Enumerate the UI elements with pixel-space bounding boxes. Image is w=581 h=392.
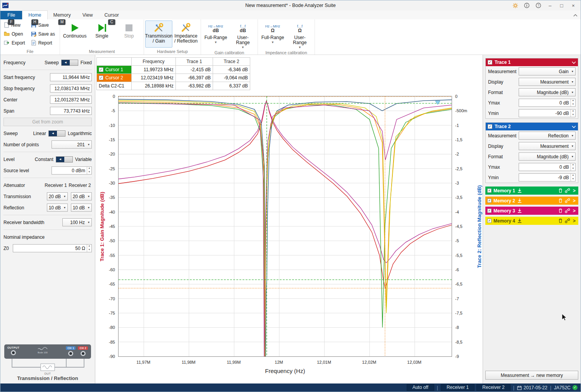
trace1-display-select[interactable]: Measurement▼ [519, 78, 576, 86]
center-frequency-field[interactable]: 12,0012872 MHz [50, 96, 92, 104]
transmission-receiver2-select[interactable]: 20 dB▼ [71, 192, 92, 200]
number-of-points-select[interactable]: 201▼ [52, 140, 92, 149]
dropdown-chevron-icon[interactable]: ▼ [271, 41, 274, 44]
trace1-checkbox[interactable]: ✓ [488, 60, 492, 65]
spinner[interactable]: ▲▼ [87, 245, 91, 252]
new-button[interactable]: New [2, 21, 29, 29]
memory3-checkbox[interactable]: ✓ [487, 209, 492, 213]
source-level-field[interactable]: 0 dBm▲▼ [52, 166, 92, 175]
spinner[interactable]: ▲▼ [571, 174, 575, 181]
spinner-up-icon[interactable]: ▲ [571, 174, 575, 178]
spinner-up-icon[interactable]: ▲ [571, 110, 575, 113]
sweep-fixed-toggle[interactable]: ◄ [61, 60, 78, 66]
tab-memory[interactable]: MemoryM [48, 11, 77, 19]
impedance-reflection-button[interactable]: Impedance / Reflection [172, 21, 199, 48]
stop-frequency-field[interactable]: 12,0381743 MHz [50, 84, 92, 92]
delete-memory-trash-icon[interactable] [558, 218, 563, 223]
memory3-row[interactable]: ✓ Memory 3 > [485, 207, 578, 215]
dropdown-chevron-icon[interactable]: ▼ [214, 41, 217, 44]
tab-cursor[interactable]: CursorC [99, 11, 125, 19]
impedance-full-range-button[interactable]: Hz→MHzΩ Full-Range ▼ [259, 21, 286, 48]
bode-plot[interactable] [118, 96, 452, 357]
memory4-expand-chevron-icon[interactable]: > [572, 218, 576, 224]
cursor1-checkbox[interactable]: ✓ [99, 67, 103, 72]
memory1-row[interactable]: ✓ Memory 1 > [485, 187, 578, 195]
download-to-memory-icon[interactable] [517, 188, 522, 193]
memory4-row[interactable]: ✓ Memory 4 > [485, 217, 578, 225]
download-to-memory-icon[interactable] [517, 208, 522, 213]
transmission-receiver1-select[interactable]: 20 dB▼ [47, 192, 68, 200]
trace1-ymax-field[interactable]: 0 dB▲▼ [519, 99, 576, 107]
download-to-memory-icon[interactable] [517, 198, 522, 203]
tab-file[interactable]: FileF [0, 11, 22, 19]
spinner-down-icon[interactable]: ▼ [571, 167, 575, 171]
open-button[interactable]: Open [2, 30, 29, 38]
reflection-receiver1-select[interactable]: 10 dB▼ [47, 204, 68, 212]
spinner-down-icon[interactable]: ▼ [87, 171, 91, 175]
tab-view[interactable]: View [77, 11, 99, 19]
close-button[interactable]: × [567, 1, 579, 10]
maximize-button[interactable]: □ [556, 1, 567, 10]
spinner[interactable]: ▲▼ [571, 110, 575, 117]
spinner-down-icon[interactable]: ▼ [571, 113, 575, 117]
trace2-checkbox[interactable]: ✓ [488, 124, 492, 129]
span-field[interactable]: 73,7743 kHz [50, 107, 92, 115]
delete-memory-trash-icon[interactable] [558, 188, 563, 193]
receiver-bandwidth-select[interactable]: 100 Hz▼ [62, 218, 92, 226]
unlink-memory-icon[interactable] [565, 188, 570, 193]
stop-button[interactable]: Stop [115, 21, 143, 48]
gain-user-range-button[interactable]: f…fdB User-Range ▼ [229, 21, 256, 50]
spinner-up-icon[interactable]: ▲ [571, 163, 575, 167]
spinner-down-icon[interactable]: ▼ [571, 103, 575, 107]
constant-variable-toggle[interactable]: ◄ [56, 156, 73, 163]
cursor2-checkbox[interactable]: ✓ [99, 75, 103, 80]
unlink-memory-icon[interactable] [565, 198, 570, 203]
report-button[interactable]: Report [29, 39, 58, 47]
trace1-measurement-select[interactable]: Gain▼ [519, 67, 576, 75]
impedance-user-range-button[interactable]: f…fΩ User-Range ▼ [286, 21, 313, 50]
spinner-down-icon[interactable]: ▼ [87, 248, 91, 252]
trace1-ymin-field[interactable]: -90 dB▲▼ [519, 109, 576, 117]
export-button[interactable]: Export [2, 39, 29, 47]
continuous-button[interactable]: Continuous [61, 21, 88, 48]
memory1-expand-chevron-icon[interactable]: > [572, 188, 576, 193]
spinner[interactable]: ▲▼ [571, 99, 575, 106]
unlink-memory-icon[interactable] [565, 208, 570, 213]
zoom-marker-icon[interactable] [435, 101, 440, 104]
start-frequency-field[interactable]: 11,9644 MHz [50, 73, 92, 81]
trace2-display-select[interactable]: Measurement▼ [519, 142, 576, 150]
download-to-memory-icon[interactable] [517, 218, 522, 223]
collapse-ribbon-icon[interactable] [573, 12, 578, 18]
spinner-up-icon[interactable]: ▲ [87, 167, 91, 171]
spinner-down-icon[interactable]: ▼ [571, 178, 575, 181]
trace2-ymax-field[interactable]: 0 dB▲▼ [519, 163, 576, 171]
memory3-expand-chevron-icon[interactable]: > [572, 208, 576, 214]
spinner[interactable]: ▲▼ [87, 167, 91, 174]
tab-home[interactable]: HomeH [22, 10, 47, 19]
unlink-memory-icon[interactable] [565, 218, 570, 223]
receiver1-status-button[interactable]: Receiver 1 [441, 384, 474, 391]
get-from-zoom-button[interactable]: Get from zoom [3, 118, 92, 126]
reflection-receiver2-select[interactable]: 10 dB▼ [71, 204, 92, 212]
receiver2-status-button[interactable]: Receiver 2 [476, 384, 510, 391]
settings-gear-icon[interactable] [509, 1, 521, 10]
z0-field[interactable]: 50 Ω▲▼ [13, 244, 92, 252]
trace2-measurement-select[interactable]: Reflection▼ [519, 132, 576, 140]
measurement-to-new-memory-button[interactable]: Measurement → new memory [485, 371, 578, 380]
save-as-button[interactable]: Save as [29, 30, 58, 38]
spinner[interactable]: ▲▼ [571, 163, 575, 171]
memory2-row[interactable]: ✓ Memory 2 > [485, 197, 578, 205]
trace2-header[interactable]: ✓ Trace 2 [486, 123, 578, 130]
gain-full-range-button[interactable]: Hz→MHzdB Full-Range ▼ [202, 21, 229, 48]
trace1-header[interactable]: ✓ Trace 1 [486, 58, 578, 66]
info-icon[interactable] [521, 1, 533, 10]
delete-memory-trash-icon[interactable] [558, 208, 563, 213]
transmission-gain-button[interactable]: Transmission / Gain [145, 21, 172, 48]
memory2-checkbox[interactable]: ✓ [487, 199, 492, 203]
memory1-checkbox[interactable]: ✓ [487, 188, 492, 193]
dropdown-chevron-icon[interactable]: ▼ [298, 46, 301, 49]
trace2-ymin-field[interactable]: -9 dB▲▼ [519, 173, 576, 181]
chevron-down-icon[interactable] [572, 61, 576, 64]
memory4-checkbox[interactable]: ✓ [487, 219, 492, 223]
trace2-format-select[interactable]: Magnitude (dB)▼ [519, 152, 576, 161]
